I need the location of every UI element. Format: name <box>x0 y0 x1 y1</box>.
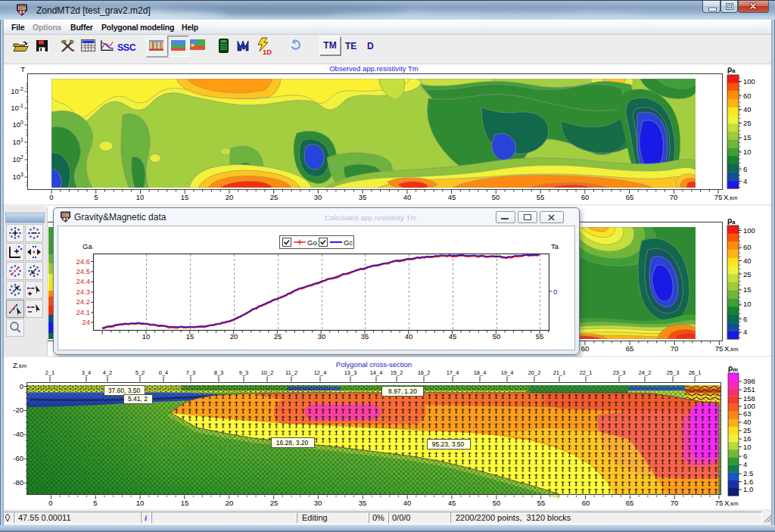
svg-text:24.2: 24.2 <box>76 297 91 306</box>
svg-text:10: 10 <box>136 499 145 507</box>
svg-text:0: 0 <box>49 193 53 201</box>
svg-text:5: 5 <box>93 499 97 507</box>
svg-text:60: 60 <box>743 92 752 100</box>
svg-text:40: 40 <box>743 105 752 114</box>
svg-text:70: 70 <box>671 499 679 507</box>
svg-text:75: 75 <box>715 499 724 507</box>
svg-text:10-1: 10-1 <box>11 103 23 112</box>
svg-text:398: 398 <box>743 377 755 385</box>
svg-text:40: 40 <box>403 193 412 201</box>
svg-text:10: 10 <box>142 332 151 341</box>
svg-text:10: 10 <box>743 300 752 308</box>
svg-text:15: 15 <box>743 285 752 294</box>
svg-text:21_1: 21_1 <box>553 369 566 376</box>
svg-text:-20: -20 <box>13 406 23 414</box>
svg-text:100: 100 <box>743 77 755 86</box>
svg-text:8.97, 1.20: 8.97, 1.20 <box>388 387 417 395</box>
svg-text:X,km: X,km <box>724 499 738 507</box>
svg-text:25: 25 <box>743 270 752 278</box>
svg-text:T: T <box>20 65 25 73</box>
svg-text:24: 24 <box>82 318 90 326</box>
svg-text:60: 60 <box>582 499 590 507</box>
svg-text:15: 15 <box>186 332 195 341</box>
svg-text:101: 101 <box>13 137 24 146</box>
svg-text:75: 75 <box>715 344 724 353</box>
svg-text:25: 25 <box>270 499 279 507</box>
svg-text:-80: -80 <box>13 478 23 487</box>
svg-text:24.1: 24.1 <box>76 308 91 316</box>
svg-text:63: 63 <box>743 409 752 418</box>
svg-text:15: 15 <box>743 133 752 142</box>
svg-text:10: 10 <box>136 193 145 201</box>
svg-text:55: 55 <box>537 193 545 201</box>
svg-text:50: 50 <box>492 193 500 201</box>
svg-text:50: 50 <box>493 499 501 507</box>
svg-text:15_2: 15_2 <box>391 369 403 376</box>
svg-text:2.5: 2.5 <box>743 469 753 478</box>
svg-text:25: 25 <box>270 193 279 201</box>
svg-text:65: 65 <box>626 499 634 507</box>
svg-text:Ga: Ga <box>82 242 92 250</box>
svg-text:100: 100 <box>13 120 24 129</box>
svg-text:95.23, 3.50: 95.23, 3.50 <box>432 440 465 448</box>
svg-text:25: 25 <box>743 426 752 434</box>
svg-text:9_3: 9_3 <box>239 369 249 376</box>
svg-text:70: 70 <box>670 193 678 201</box>
svg-text:Gc: Gc <box>344 238 353 247</box>
svg-text:13_3: 13_3 <box>344 369 357 376</box>
svg-text:24_2: 24_2 <box>639 369 652 376</box>
svg-text:X,km: X,km <box>724 193 737 201</box>
svg-text:20_2: 20_2 <box>528 369 541 376</box>
svg-text:7_3: 7_3 <box>186 369 196 376</box>
svg-text:65: 65 <box>626 193 634 201</box>
svg-text:24.6: 24.6 <box>76 257 91 266</box>
svg-text:55: 55 <box>537 499 546 507</box>
svg-text:50: 50 <box>493 332 501 341</box>
svg-text:65: 65 <box>626 344 634 353</box>
svg-text:1.0: 1.0 <box>743 485 753 493</box>
svg-text:0: 0 <box>20 382 23 390</box>
svg-text:10: 10 <box>743 443 752 451</box>
svg-text:Polygonal cross-section: Polygonal cross-section <box>336 360 412 369</box>
svg-text:X,km: X,km <box>724 344 738 353</box>
svg-text:5: 5 <box>94 193 98 201</box>
svg-text:2_1: 2_1 <box>45 369 55 376</box>
svg-text:30: 30 <box>318 332 326 341</box>
svg-text:Z,km: Z,km <box>13 361 26 369</box>
svg-text:20: 20 <box>226 499 234 507</box>
svg-text:8_3: 8_3 <box>214 369 224 376</box>
svg-text:60: 60 <box>581 344 590 353</box>
svg-text:19_4: 19_4 <box>501 369 514 376</box>
svg-text:103: 103 <box>13 172 24 181</box>
svg-text:25_3: 25_3 <box>667 369 680 376</box>
svg-text:45: 45 <box>448 499 456 507</box>
svg-text:1D: 1D <box>263 48 272 55</box>
svg-text:4: 4 <box>743 177 747 185</box>
svg-text:24.5: 24.5 <box>76 267 91 275</box>
svg-text:15: 15 <box>181 193 189 201</box>
svg-text:4_2: 4_2 <box>103 369 113 376</box>
svg-text:35: 35 <box>359 193 367 201</box>
svg-text:37.60, 3.50: 37.60, 3.50 <box>108 387 141 394</box>
svg-text:18_4: 18_4 <box>474 369 487 376</box>
svg-text:10-2: 10-2 <box>11 86 23 95</box>
svg-text:ρm: ρm <box>728 364 738 373</box>
svg-text:40: 40 <box>743 418 752 426</box>
svg-text:30: 30 <box>314 193 322 201</box>
svg-text:40: 40 <box>403 499 412 507</box>
svg-text:5.41, 2: 5.41, 2 <box>128 395 148 403</box>
svg-text:251: 251 <box>743 385 755 394</box>
svg-text:Ta: Ta <box>551 242 559 250</box>
svg-text:22_1: 22_1 <box>580 369 593 376</box>
svg-text:14_4: 14_4 <box>370 369 383 376</box>
svg-text:40: 40 <box>743 257 752 265</box>
svg-text:6: 6 <box>743 452 747 460</box>
svg-text:11_2: 11_2 <box>285 369 297 376</box>
svg-text:-40: -40 <box>13 430 23 438</box>
svg-text:16: 16 <box>743 434 752 443</box>
svg-text:23_3: 23_3 <box>613 369 626 376</box>
svg-text:60: 60 <box>743 243 752 251</box>
svg-text:16.28, 3.20: 16.28, 3.20 <box>276 439 309 446</box>
svg-text:4: 4 <box>743 328 747 336</box>
svg-text:Observed app.resistivity Tm: Observed app.resistivity Tm <box>329 64 419 73</box>
